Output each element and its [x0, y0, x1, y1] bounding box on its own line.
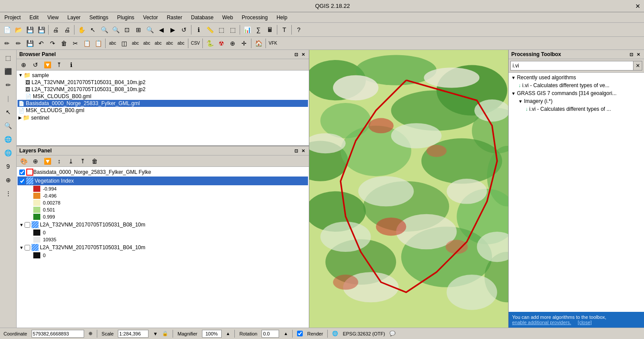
layer-item-b08[interactable]: ▼ L2A_T32VNM_20170705T105031_B08_10m	[18, 220, 308, 229]
layer-arrow-b04[interactable]: ▼	[19, 245, 24, 250]
layers-icon[interactable]: ⬚	[2, 52, 14, 64]
tree-item-b08[interactable]: 🖼 L2A_T32VNM_20170705T105031_B08_10m.jp2	[18, 86, 308, 93]
label6-button[interactable]: abc	[176, 38, 186, 49]
save-as-button[interactable]: 💾	[36, 25, 46, 35]
menu-vector[interactable]: Vector	[141, 14, 161, 21]
label2-button[interactable]: abc	[130, 38, 141, 49]
layers-collapse-button[interactable]: ⤒	[78, 156, 88, 166]
crosshair-button[interactable]: ✛	[239, 38, 249, 49]
recently-used-section[interactable]: ▼ Recently used algorithms	[510, 74, 643, 81]
tree-arrow-sample[interactable]: ▼	[18, 73, 23, 78]
tree-item-msk[interactable]: 📄 MSK_CLOUDS_B00.gml	[18, 93, 308, 100]
label1-button[interactable]: abc	[107, 38, 118, 49]
browser-close-button[interactable]: ✕	[300, 51, 306, 57]
zoom-prev-button[interactable]: ◀	[156, 25, 166, 35]
zoom-select-button[interactable]: 🔍	[145, 25, 155, 35]
redo-button[interactable]: ↷	[47, 38, 58, 49]
zoom-out-button[interactable]: 🔍	[110, 25, 121, 35]
attribute-table-button[interactable]: 📊	[242, 25, 252, 35]
layers-float-button[interactable]: ⊡	[293, 148, 299, 154]
gps-button[interactable]: ⊕	[227, 38, 238, 49]
statistics-button[interactable]: ∑	[253, 25, 264, 35]
toolbox-clear-button[interactable]: ✕	[633, 61, 642, 71]
open-project-button[interactable]: 📂	[13, 25, 24, 35]
help-button[interactable]: ?	[294, 25, 304, 35]
menu-plugins[interactable]: Plugins	[114, 14, 137, 21]
scale-input[interactable]	[118, 330, 149, 338]
print2-button[interactable]: 🖨	[62, 25, 72, 35]
browser-info-button[interactable]: ℹ	[66, 60, 76, 70]
label-button[interactable]: T	[279, 25, 290, 35]
vfk-button[interactable]: VFK	[268, 38, 278, 49]
grass-section[interactable]: ▼ GRASS GIS 7 commands [314 geoalgori...	[510, 89, 643, 97]
scale-dropdown-icon[interactable]: ▼	[153, 331, 158, 336]
label3-button[interactable]: abc	[142, 38, 152, 49]
magnifier-spin-up[interactable]: ▲	[226, 331, 230, 336]
menu-help[interactable]: Help	[274, 14, 290, 21]
menu-project[interactable]: Project	[2, 14, 23, 21]
layers-filter-button[interactable]: 🔽	[42, 156, 53, 166]
menu-edit[interactable]: Edit	[27, 14, 41, 21]
save-project-button[interactable]: 💾	[25, 25, 35, 35]
coordinate-input[interactable]	[32, 330, 84, 338]
rotation-spin-up[interactable]: ▲	[283, 331, 288, 336]
cut-button[interactable]: ✂	[70, 38, 81, 49]
pan-button[interactable]: ✋	[76, 25, 87, 35]
attr-icon[interactable]: 9	[2, 160, 14, 173]
browser-refresh-button[interactable]: ↺	[30, 60, 41, 70]
save-edit-button[interactable]: 💾	[25, 38, 35, 49]
tree-arrow-sentinel[interactable]: ▶	[18, 115, 22, 120]
menu-view[interactable]: View	[45, 14, 61, 21]
refresh-button[interactable]: ↺	[179, 25, 189, 35]
layers-sort-button[interactable]: ↕	[54, 156, 64, 166]
menu-processing[interactable]: Processing	[239, 14, 270, 21]
more-icon[interactable]: ⋮	[2, 187, 14, 200]
zoom-in-button[interactable]: 🔍	[99, 25, 110, 35]
label4-button[interactable]: abc	[153, 38, 163, 49]
recently-used-item-0[interactable]: ↓ i.vi - Calculates different types of v…	[510, 81, 643, 89]
menu-layer[interactable]: Layer	[65, 14, 83, 21]
rotation-input[interactable]	[262, 330, 279, 338]
toolbox-close-button[interactable]: ✕	[635, 51, 641, 57]
browser-collapse-button[interactable]: ⤒	[54, 60, 64, 70]
close-footer-link[interactable]: [close]	[578, 320, 592, 325]
select-rect-button[interactable]: ⬚	[227, 25, 238, 35]
layers-remove-button[interactable]: 🗑	[89, 156, 100, 166]
menu-database[interactable]: Database	[188, 14, 216, 21]
label5-button[interactable]: abc	[164, 38, 175, 49]
menu-web[interactable]: Web	[219, 14, 235, 21]
tree-item-b04[interactable]: 🖼 L2A_T32VNM_20170705T105031_B04_10m.jp2	[18, 79, 308, 86]
zoom-layer-button[interactable]: ⊞	[133, 25, 144, 35]
select-feat-button[interactable]: ⬚	[216, 25, 226, 35]
browser-add-button[interactable]: ⊕	[18, 60, 29, 70]
feature-icon[interactable]: ✏	[2, 79, 14, 91]
map-area[interactable]	[309, 50, 508, 328]
zoom2-icon[interactable]: 🔍	[2, 120, 14, 132]
digitize-icon[interactable]: ⬛	[2, 65, 14, 78]
render-checkbox[interactable]	[297, 331, 303, 336]
layer-arrow-b08[interactable]: ▼	[19, 222, 24, 227]
tree-item-msk2[interactable]: 📄 MSK_CLOUDS_B00.gml	[18, 107, 308, 114]
layers-style-button[interactable]: 🎨	[18, 156, 29, 166]
radiation-button[interactable]: ☢	[216, 38, 226, 49]
select-button[interactable]: ↖	[88, 25, 98, 35]
delete-button[interactable]: 🗑	[59, 38, 69, 49]
new-project-button[interactable]: 📄	[2, 25, 12, 35]
layer-item-vegindex[interactable]: Vegetation Index	[18, 177, 308, 185]
globe-icon[interactable]: 🌐	[2, 147, 14, 159]
imagery-item-0[interactable]: ↓ i.vi - Calculates different types of .…	[510, 105, 643, 113]
layers-expand-button[interactable]: ⤓	[66, 156, 76, 166]
calculator-button[interactable]: 🖩	[265, 25, 275, 35]
layer-checkbox-b08[interactable]	[25, 222, 30, 228]
layers-add-button[interactable]: ⊕	[30, 156, 41, 166]
copy-button[interactable]: 📋	[81, 38, 92, 49]
measure-button[interactable]: 📏	[205, 25, 215, 35]
zoom-full-button[interactable]: ⊡	[122, 25, 132, 35]
highlight-button[interactable]: ◫	[119, 38, 129, 49]
select2-icon[interactable]: ↖	[2, 106, 14, 118]
menu-raster[interactable]: Raster	[164, 14, 185, 21]
imagery-section[interactable]: ▼ Imagery (i.*)	[510, 97, 643, 105]
tree-item-basis[interactable]: 📄 Basisdata_0000_Norge_25833_Fylker_GML.…	[18, 100, 308, 107]
toolbox-search-input[interactable]	[510, 61, 633, 71]
identify-button[interactable]: ℹ	[193, 25, 204, 35]
